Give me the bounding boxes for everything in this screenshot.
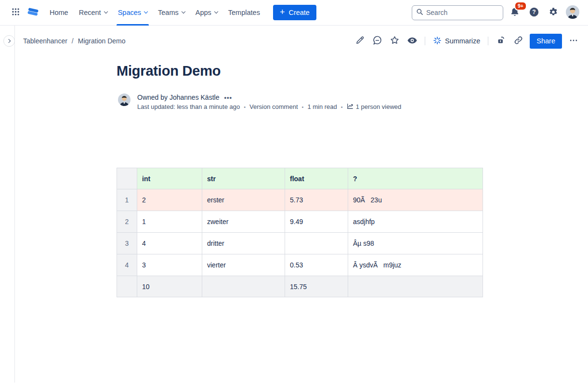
nav-right: 9+ ? bbox=[412, 5, 580, 20]
top-navbar: Home Recent Spaces Teams Apps Templates … bbox=[0, 0, 588, 26]
nav-item-apps[interactable]: Apps bbox=[190, 6, 223, 19]
breadcrumb-separator: / bbox=[72, 37, 74, 45]
table-cell: 3 bbox=[137, 254, 202, 276]
more-actions-button[interactable] bbox=[566, 33, 581, 49]
page-meta: Last updated: less than a minute ago • V… bbox=[137, 103, 401, 111]
chevron-down-icon bbox=[214, 10, 218, 13]
version-comment-text: Version comment bbox=[249, 103, 298, 110]
nav-item-templates[interactable]: Templates bbox=[223, 6, 265, 19]
nav-item-home[interactable]: Home bbox=[44, 6, 74, 19]
row-number: 3 bbox=[117, 233, 137, 254]
search-box[interactable] bbox=[412, 5, 503, 20]
page-title: Migration Demo bbox=[117, 63, 221, 79]
table-cell bbox=[285, 233, 348, 254]
chevron-down-icon bbox=[104, 10, 107, 13]
row-number: 1 bbox=[117, 189, 137, 211]
ai-sparkle-icon bbox=[433, 36, 442, 46]
meta-separator: • bbox=[341, 104, 343, 110]
breadcrumb-space-link[interactable]: Tableenhancer bbox=[23, 37, 67, 45]
notification-badge: 9+ bbox=[514, 1, 527, 11]
gear-icon bbox=[548, 7, 559, 19]
analytics-viewed[interactable]: 1 person viewed bbox=[347, 103, 402, 111]
table-cell: 4 bbox=[137, 233, 202, 254]
table-cell: dritter bbox=[202, 233, 285, 254]
owner-avatar[interactable] bbox=[118, 93, 131, 111]
confluence-logo-icon bbox=[27, 6, 39, 19]
content-table: intstrfloat? 12erster5.7390Ã 23u21zweite… bbox=[117, 168, 483, 297]
nav-left: Home Recent Spaces Teams Apps Templates … bbox=[8, 5, 316, 20]
summary-row: 1015.75 bbox=[117, 276, 483, 297]
table-cell: 90Ã 23u bbox=[348, 189, 483, 211]
help-button[interactable]: ? bbox=[526, 5, 542, 20]
user-avatar bbox=[566, 5, 579, 20]
restrictions-button[interactable] bbox=[493, 33, 509, 49]
create-button-label: Create bbox=[288, 9, 310, 16]
comment-bubble-icon bbox=[372, 35, 382, 47]
page-actions: Summarize Share bbox=[353, 33, 581, 49]
byline: Owned by Johannes Kästle ••• Last update… bbox=[118, 93, 401, 111]
search-icon bbox=[416, 8, 423, 17]
table-cell: 9.49 bbox=[285, 211, 348, 233]
table-cell bbox=[348, 276, 483, 297]
favourite-star-button[interactable] bbox=[387, 33, 403, 49]
header-row: intstrfloat? bbox=[117, 168, 483, 189]
summarize-label: Summarize bbox=[445, 37, 480, 45]
copy-link-button[interactable] bbox=[510, 33, 526, 49]
row-number bbox=[117, 276, 137, 297]
corner-cell bbox=[117, 168, 137, 189]
table-row: 34dritterÂµ s98 bbox=[117, 233, 483, 254]
nav-item-label: Templates bbox=[228, 9, 260, 16]
byline-text: Owned by Johannes Kästle ••• Last update… bbox=[137, 93, 401, 111]
notifications-wrap: 9+ bbox=[507, 5, 523, 20]
profile-avatar-button[interactable] bbox=[565, 5, 580, 20]
column-header: ? bbox=[348, 168, 483, 189]
column-header: str bbox=[202, 168, 285, 189]
nav-item-spaces[interactable]: Spaces bbox=[113, 6, 153, 19]
table-cell: 0.53 bbox=[285, 254, 348, 276]
table-cell: 1 bbox=[137, 211, 202, 233]
unlock-icon bbox=[496, 36, 506, 47]
nav-item-teams[interactable]: Teams bbox=[153, 6, 190, 19]
svg-text:?: ? bbox=[532, 9, 536, 15]
eye-icon bbox=[407, 35, 418, 47]
share-button[interactable]: Share bbox=[530, 34, 562, 49]
nav-item-label: Home bbox=[50, 9, 68, 16]
divider bbox=[425, 37, 425, 45]
last-updated-text: Last updated: less than a minute ago bbox=[137, 103, 240, 110]
watch-button[interactable] bbox=[405, 33, 420, 49]
viewed-count-text: 1 person viewed bbox=[356, 103, 402, 110]
divider bbox=[488, 37, 488, 45]
summarize-button[interactable]: Summarize bbox=[430, 34, 483, 48]
pencil-icon bbox=[355, 35, 365, 47]
confluence-logo[interactable] bbox=[25, 5, 40, 20]
chevron-down-icon bbox=[181, 10, 185, 13]
read-time-text: 1 min read bbox=[307, 103, 337, 110]
line-chart-icon bbox=[347, 103, 353, 111]
column-header: int bbox=[137, 168, 202, 189]
table-cell: Â ysdvÃ m9juz bbox=[348, 254, 483, 276]
breadcrumb-page-link[interactable]: Migration Demo bbox=[78, 37, 126, 45]
table-cell: 5.73 bbox=[285, 189, 348, 211]
create-button[interactable]: + Create bbox=[273, 5, 316, 20]
search-input[interactable] bbox=[426, 9, 499, 16]
row-number: 2 bbox=[117, 211, 137, 233]
sidebar-expand-button[interactable] bbox=[3, 35, 15, 47]
nav-item-label: Recent bbox=[79, 9, 101, 16]
settings-button[interactable] bbox=[546, 5, 561, 20]
table-cell: 10 bbox=[137, 276, 202, 297]
nav-item-recent[interactable]: Recent bbox=[74, 6, 113, 19]
chevron-down-icon bbox=[144, 10, 148, 13]
meta-separator: • bbox=[244, 104, 246, 110]
app-switcher-button[interactable] bbox=[8, 5, 23, 20]
table-cell: 15.75 bbox=[285, 276, 348, 297]
comments-button[interactable] bbox=[370, 33, 385, 49]
question-circle-icon: ? bbox=[529, 7, 539, 19]
column-header: float bbox=[285, 168, 348, 189]
edit-button[interactable] bbox=[353, 33, 368, 49]
row-number: 4 bbox=[117, 254, 137, 276]
table-cell bbox=[202, 276, 285, 297]
table-cell: 2 bbox=[137, 189, 202, 211]
nav-item-label: Teams bbox=[158, 9, 179, 16]
table-cell: vierter bbox=[202, 254, 285, 276]
owner-more-button[interactable]: ••• bbox=[223, 94, 233, 101]
